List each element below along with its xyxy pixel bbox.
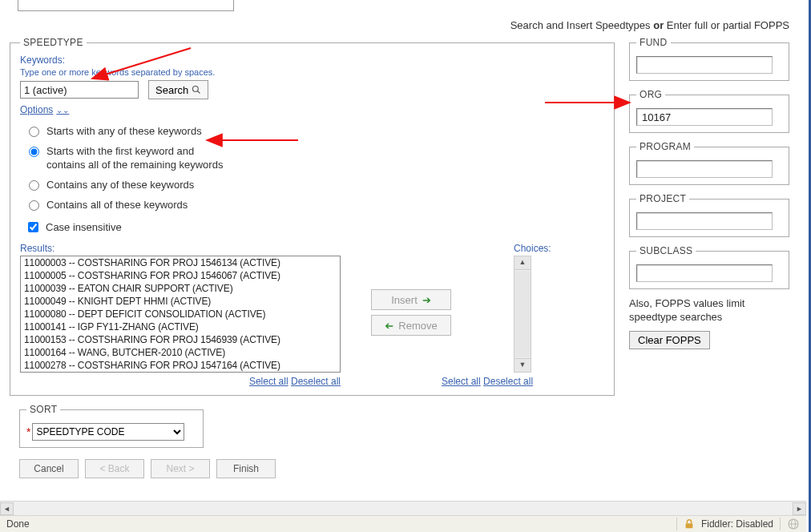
instruction-line: Search and Insert Speedtypes or Enter fu… xyxy=(0,19,809,37)
project-legend: PROJECT xyxy=(636,193,689,204)
radio-contains-all[interactable] xyxy=(29,200,39,211)
results-label: Results: xyxy=(20,243,341,254)
list-item[interactable]: 11000278 -- COSTSHARING FOR PROJ 1547164… xyxy=(21,359,340,372)
org-fieldset: ORG xyxy=(629,89,789,133)
results-deselect-all[interactable]: Deselect all xyxy=(291,376,341,387)
back-button[interactable]: < Back xyxy=(85,459,144,478)
subclass-input[interactable] xyxy=(636,264,773,282)
list-item[interactable]: 11000049 -- KNIGHT DEPT HHMI (ACTIVE) xyxy=(21,295,340,308)
next-button[interactable]: Next > xyxy=(151,459,210,478)
fund-input[interactable] xyxy=(636,56,773,74)
required-asterisk: * xyxy=(26,425,30,438)
subclass-legend: SUBCLASS xyxy=(636,245,696,256)
horizontal-scrollbar[interactable]: ◄► xyxy=(0,501,806,515)
project-fieldset: PROJECT xyxy=(629,193,789,237)
remove-button[interactable]: ➔ Remove xyxy=(371,315,451,336)
list-item[interactable]: 11000080 -- DEPT DEFICIT CONSOLIDATION (… xyxy=(21,308,340,320)
speedtype-fieldset: SPEEDTYPE Keywords: Type one or more key… xyxy=(10,37,615,396)
speedtype-legend: SPEEDTYPE xyxy=(20,37,87,48)
radio-contains-any[interactable] xyxy=(29,180,39,191)
keywords-hint: Type one or more keywords separated by s… xyxy=(20,67,604,77)
list-item[interactable]: 11000153 -- COSTSHARING FOR PROJ 1546939… xyxy=(21,333,340,346)
search-icon xyxy=(192,85,201,95)
svg-rect-2 xyxy=(686,523,693,528)
list-item[interactable]: 11000003 -- COSTSHARING FOR PROJ 1546134… xyxy=(21,256,340,269)
finish-button[interactable]: Finish xyxy=(216,459,276,478)
fopps-also-text: Also, FOPPS values limit speedtype searc… xyxy=(629,297,789,324)
radio-starts-first[interactable] xyxy=(29,147,39,157)
sort-select[interactable]: SPEEDTYPE CODE xyxy=(32,423,184,441)
arrow-left-icon: ➔ xyxy=(385,320,393,332)
lock-icon xyxy=(684,518,695,530)
insert-button[interactable]: Insert ➔ xyxy=(371,289,451,310)
subclass-fieldset: SUBCLASS xyxy=(629,245,789,289)
svg-line-1 xyxy=(198,91,200,94)
keywords-label: Keywords: xyxy=(20,54,604,66)
choices-deselect-all[interactable]: Deselect all xyxy=(483,376,533,387)
fund-legend: FUND xyxy=(636,37,671,48)
globe-icon xyxy=(787,518,800,530)
list-item[interactable]: 11000005 -- COSTSHARING FOR PROJ 1546067… xyxy=(21,269,340,282)
options-link[interactable]: Options ⌄⌄ xyxy=(20,104,69,115)
fund-fieldset: FUND xyxy=(629,37,789,81)
cancel-button[interactable]: Cancel xyxy=(19,459,79,478)
program-input[interactable] xyxy=(636,160,773,178)
fiddler-status: Fiddler: Disabled xyxy=(701,518,773,530)
project-input[interactable] xyxy=(636,212,773,230)
results-select-all[interactable]: Select all xyxy=(249,376,288,387)
sort-legend: SORT xyxy=(26,404,60,415)
sort-fieldset: SORT * SPEEDTYPE CODE xyxy=(19,404,204,448)
chevron-down-icon: ⌄⌄ xyxy=(56,106,69,115)
case-insensitive-label: Case insensitive xyxy=(46,221,122,233)
program-fieldset: PROGRAM xyxy=(629,141,789,185)
results-listbox[interactable]: 11000003 -- COSTSHARING FOR PROJ 1546134… xyxy=(20,256,341,373)
list-item[interactable]: 11000141 -- IGP FY11-ZHANG (ACTIVE) xyxy=(21,320,340,333)
svg-point-0 xyxy=(193,87,199,92)
list-item[interactable]: 11000039 -- EATON CHAIR SUPPORT (ACTIVE) xyxy=(21,282,340,295)
radio-contains-any-label: Contains any of these keywords xyxy=(46,179,194,192)
clear-fopps-button[interactable]: Clear FOPPS xyxy=(629,331,710,349)
keywords-input[interactable] xyxy=(20,81,139,99)
list-item[interactable]: 11000164 -- WANG, BUTCHER-2010 (ACTIVE) xyxy=(21,346,340,359)
search-button[interactable]: Search xyxy=(148,80,208,99)
top-empty-box xyxy=(18,0,234,11)
case-insensitive-checkbox[interactable] xyxy=(28,222,38,232)
choices-listbox[interactable]: ▲ ▼ xyxy=(514,256,531,373)
program-legend: PROGRAM xyxy=(636,141,694,152)
status-text: Done xyxy=(6,518,30,530)
org-input[interactable] xyxy=(636,108,773,126)
choices-select-all[interactable]: Select all xyxy=(442,376,481,387)
org-legend: ORG xyxy=(636,89,665,100)
radio-starts-any[interactable] xyxy=(29,127,39,137)
choices-label: Choices: xyxy=(514,243,531,254)
radio-starts-any-label: Starts with any of these keywords xyxy=(46,125,202,139)
status-bar: Done Fiddler: Disabled xyxy=(0,515,806,532)
radio-contains-all-label: Contains all of these keywords xyxy=(46,199,188,212)
arrow-right-icon: ➔ xyxy=(422,294,431,306)
radio-starts-first-label: Starts with the first keyword and contai… xyxy=(46,145,231,172)
